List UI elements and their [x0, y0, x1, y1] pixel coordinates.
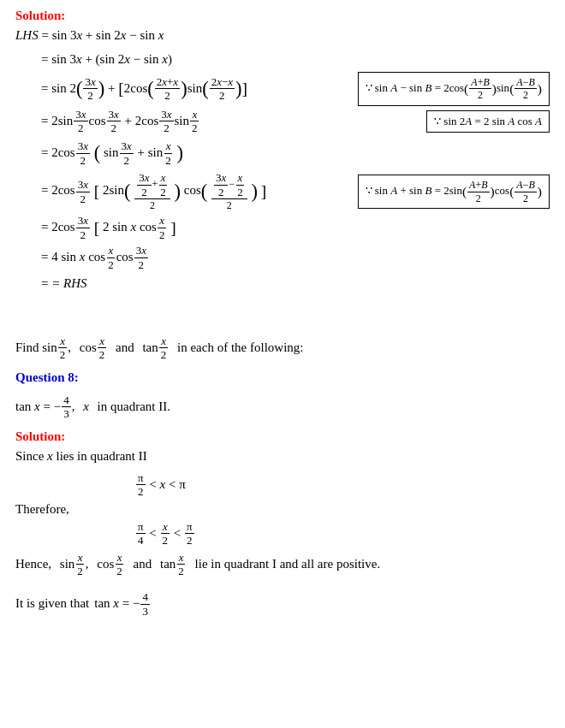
find-instruction: Find sinx2, cosx2 and tanx2 in each of t… — [15, 334, 550, 362]
question8-label: Question 8: — [15, 370, 550, 385]
step4: = 2cos3x2 ( sin3x2 + sinx2 ) — [41, 137, 550, 169]
given-line: It is given thattan x = −43 — [15, 590, 550, 618]
step7: = 4 sin x cosx2cos3x2 — [41, 244, 550, 271]
lhs-line: LHS = sin 3x + sin 2x − sin x — [15, 25, 550, 47]
rhs-line: = = RHS — [41, 273, 550, 295]
step6: = 2cos3x2 [ 2 sin x cosx2 ] — [41, 214, 550, 242]
inequality2: π4 < x2 < π2 — [135, 520, 550, 547]
therefore-text: Therefore, — [15, 502, 550, 517]
solution2-label: Solution: — [15, 429, 550, 444]
step2: = sin 2(3x2) + [2cos(2x+x2)sin(2x−x2)] ∵… — [15, 72, 550, 106]
solution-label: Solution: — [15, 9, 550, 23]
inequality1: π2 < x < π — [135, 471, 550, 499]
hence-line: Hence, sinx2, cosx2 and tanx2 lie in qua… — [15, 551, 550, 578]
question8-content: tan x = −43, x in quadrant II. — [15, 394, 550, 421]
step1: = sin 3x + (sin 2x − sin x) — [41, 49, 550, 71]
since-text: Since x lies in quadrant II — [15, 446, 550, 468]
step5: = 2cos3x2 [ 2sin( 3x2+x22 ) cos( 3x2−x22… — [15, 171, 550, 212]
step3: = 2sin3x2cos3x2 + 2cos3x2sinx2 ∵ sin 2A … — [15, 108, 550, 135]
